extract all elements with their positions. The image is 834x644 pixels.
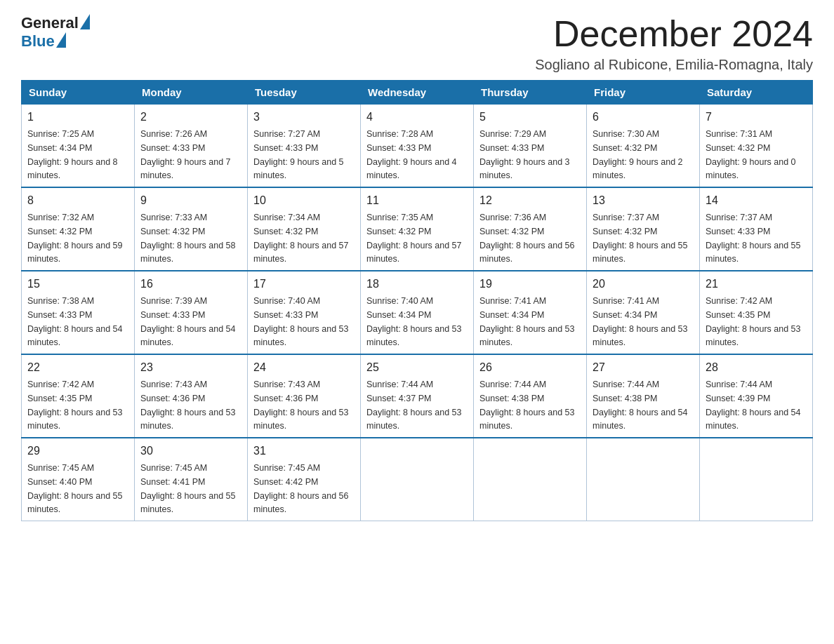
table-row: 21 Sunrise: 7:42 AMSunset: 4:35 PMDaylig…: [700, 271, 813, 354]
day-info: Sunrise: 7:32 AMSunset: 4:32 PMDaylight:…: [27, 213, 123, 264]
day-number: 14: [706, 192, 807, 209]
table-row: 22 Sunrise: 7:42 AMSunset: 4:35 PMDaylig…: [22, 354, 135, 438]
day-info: Sunrise: 7:36 AMSunset: 4:32 PMDaylight:…: [479, 213, 575, 264]
day-info: Sunrise: 7:25 AMSunset: 4:34 PMDaylight:…: [27, 129, 118, 180]
table-row: 28 Sunrise: 7:44 AMSunset: 4:39 PMDaylig…: [700, 354, 813, 438]
table-row: [700, 438, 813, 521]
weekday-header-wednesday: Wednesday: [361, 81, 474, 105]
table-row: 6 Sunrise: 7:30 AMSunset: 4:32 PMDayligh…: [587, 105, 700, 188]
title-area: December 2024 Sogliano al Rubicone, Emil…: [535, 14, 813, 73]
table-row: 3 Sunrise: 7:27 AMSunset: 4:33 PMDayligh…: [248, 105, 361, 188]
table-row: 23 Sunrise: 7:43 AMSunset: 4:36 PMDaylig…: [135, 354, 248, 438]
day-info: Sunrise: 7:39 AMSunset: 4:33 PMDaylight:…: [140, 296, 236, 347]
day-info: Sunrise: 7:44 AMSunset: 4:39 PMDaylight:…: [706, 380, 801, 431]
week-row-4: 22 Sunrise: 7:42 AMSunset: 4:35 PMDaylig…: [22, 354, 813, 438]
logo-triangle-icon2: [56, 32, 66, 48]
day-info: Sunrise: 7:30 AMSunset: 4:32 PMDaylight:…: [593, 129, 683, 180]
table-row: 19 Sunrise: 7:41 AMSunset: 4:34 PMDaylig…: [474, 271, 587, 354]
table-row: 10 Sunrise: 7:34 AMSunset: 4:32 PMDaylig…: [248, 187, 361, 271]
day-info: Sunrise: 7:41 AMSunset: 4:34 PMDaylight:…: [479, 296, 575, 347]
day-number: 4: [366, 109, 468, 126]
day-number: 9: [140, 192, 241, 209]
table-row: 17 Sunrise: 7:40 AMSunset: 4:33 PMDaylig…: [248, 271, 361, 354]
day-number: 17: [253, 276, 355, 293]
table-row: 25 Sunrise: 7:44 AMSunset: 4:37 PMDaylig…: [361, 354, 474, 438]
day-number: 20: [593, 276, 694, 293]
table-row: 11 Sunrise: 7:35 AMSunset: 4:32 PMDaylig…: [361, 187, 474, 271]
day-info: Sunrise: 7:44 AMSunset: 4:38 PMDaylight:…: [479, 380, 575, 431]
week-row-2: 8 Sunrise: 7:32 AMSunset: 4:32 PMDayligh…: [22, 187, 813, 271]
day-number: 1: [27, 109, 128, 126]
logo-text-general: General: [21, 15, 79, 32]
day-number: 29: [27, 443, 128, 459]
day-number: 5: [479, 109, 581, 126]
day-info: Sunrise: 7:42 AMSunset: 4:35 PMDaylight:…: [706, 296, 801, 347]
day-number: 28: [706, 359, 807, 376]
logo: General Blue: [21, 14, 90, 51]
day-info: Sunrise: 7:45 AMSunset: 4:42 PMDaylight:…: [253, 463, 349, 514]
day-info: Sunrise: 7:40 AMSunset: 4:33 PMDaylight:…: [253, 296, 349, 347]
day-info: Sunrise: 7:27 AMSunset: 4:33 PMDaylight:…: [253, 129, 344, 180]
table-row: 15 Sunrise: 7:38 AMSunset: 4:33 PMDaylig…: [22, 271, 135, 354]
day-info: Sunrise: 7:37 AMSunset: 4:33 PMDaylight:…: [706, 213, 801, 264]
week-row-5: 29 Sunrise: 7:45 AMSunset: 4:40 PMDaylig…: [22, 438, 813, 521]
month-title: December 2024: [535, 14, 813, 54]
day-number: 15: [27, 276, 128, 293]
table-row: 13 Sunrise: 7:37 AMSunset: 4:32 PMDaylig…: [587, 187, 700, 271]
table-row: 8 Sunrise: 7:32 AMSunset: 4:32 PMDayligh…: [22, 187, 135, 271]
table-row: 7 Sunrise: 7:31 AMSunset: 4:32 PMDayligh…: [700, 105, 813, 188]
table-row: 4 Sunrise: 7:28 AMSunset: 4:33 PMDayligh…: [361, 105, 474, 188]
weekday-header-friday: Friday: [587, 81, 700, 105]
table-row: [361, 438, 474, 521]
day-number: 7: [706, 109, 807, 126]
table-row: 5 Sunrise: 7:29 AMSunset: 4:33 PMDayligh…: [474, 105, 587, 188]
table-row: 20 Sunrise: 7:41 AMSunset: 4:34 PMDaylig…: [587, 271, 700, 354]
day-info: Sunrise: 7:44 AMSunset: 4:38 PMDaylight:…: [593, 380, 688, 431]
day-number: 10: [253, 192, 355, 209]
table-row: 27 Sunrise: 7:44 AMSunset: 4:38 PMDaylig…: [587, 354, 700, 438]
table-row: 12 Sunrise: 7:36 AMSunset: 4:32 PMDaylig…: [474, 187, 587, 271]
day-info: Sunrise: 7:29 AMSunset: 4:33 PMDaylight:…: [479, 129, 570, 180]
logo-text-blue: Blue: [21, 33, 55, 50]
day-info: Sunrise: 7:31 AMSunset: 4:32 PMDaylight:…: [706, 129, 796, 180]
day-number: 6: [593, 109, 694, 126]
day-info: Sunrise: 7:40 AMSunset: 4:34 PMDaylight:…: [366, 296, 462, 347]
week-row-1: 1 Sunrise: 7:25 AMSunset: 4:34 PMDayligh…: [22, 105, 813, 188]
weekday-header-monday: Monday: [135, 81, 248, 105]
table-row: 31 Sunrise: 7:45 AMSunset: 4:42 PMDaylig…: [248, 438, 361, 521]
table-row: 29 Sunrise: 7:45 AMSunset: 4:40 PMDaylig…: [22, 438, 135, 521]
day-number: 22: [27, 359, 128, 376]
day-info: Sunrise: 7:33 AMSunset: 4:32 PMDaylight:…: [140, 213, 236, 264]
day-number: 8: [27, 192, 128, 209]
day-number: 3: [253, 109, 355, 126]
weekday-header-sunday: Sunday: [22, 81, 135, 105]
table-row: 2 Sunrise: 7:26 AMSunset: 4:33 PMDayligh…: [135, 105, 248, 188]
day-number: 23: [140, 359, 241, 376]
day-number: 19: [479, 276, 581, 293]
day-info: Sunrise: 7:38 AMSunset: 4:33 PMDaylight:…: [27, 296, 123, 347]
day-number: 2: [140, 109, 241, 126]
table-row: 18 Sunrise: 7:40 AMSunset: 4:34 PMDaylig…: [361, 271, 474, 354]
week-row-3: 15 Sunrise: 7:38 AMSunset: 4:33 PMDaylig…: [22, 271, 813, 354]
weekday-header-thursday: Thursday: [474, 81, 587, 105]
day-number: 26: [479, 359, 581, 376]
logo-triangle-icon: [80, 14, 90, 29]
day-number: 16: [140, 276, 241, 293]
table-row: 26 Sunrise: 7:44 AMSunset: 4:38 PMDaylig…: [474, 354, 587, 438]
day-info: Sunrise: 7:44 AMSunset: 4:37 PMDaylight:…: [366, 380, 462, 431]
table-row: 14 Sunrise: 7:37 AMSunset: 4:33 PMDaylig…: [700, 187, 813, 271]
day-number: 18: [366, 276, 468, 293]
day-info: Sunrise: 7:35 AMSunset: 4:32 PMDaylight:…: [366, 213, 462, 264]
day-info: Sunrise: 7:45 AMSunset: 4:40 PMDaylight:…: [27, 463, 123, 514]
table-row: 9 Sunrise: 7:33 AMSunset: 4:32 PMDayligh…: [135, 187, 248, 271]
table-row: 1 Sunrise: 7:25 AMSunset: 4:34 PMDayligh…: [22, 105, 135, 188]
table-row: 24 Sunrise: 7:43 AMSunset: 4:36 PMDaylig…: [248, 354, 361, 438]
day-info: Sunrise: 7:45 AMSunset: 4:41 PMDaylight:…: [140, 463, 236, 514]
day-info: Sunrise: 7:28 AMSunset: 4:33 PMDaylight:…: [366, 129, 457, 180]
day-number: 24: [253, 359, 355, 376]
day-info: Sunrise: 7:43 AMSunset: 4:36 PMDaylight:…: [253, 380, 349, 431]
day-number: 13: [593, 192, 694, 209]
table-row: [587, 438, 700, 521]
day-number: 31: [253, 443, 355, 459]
day-number: 30: [140, 443, 241, 459]
